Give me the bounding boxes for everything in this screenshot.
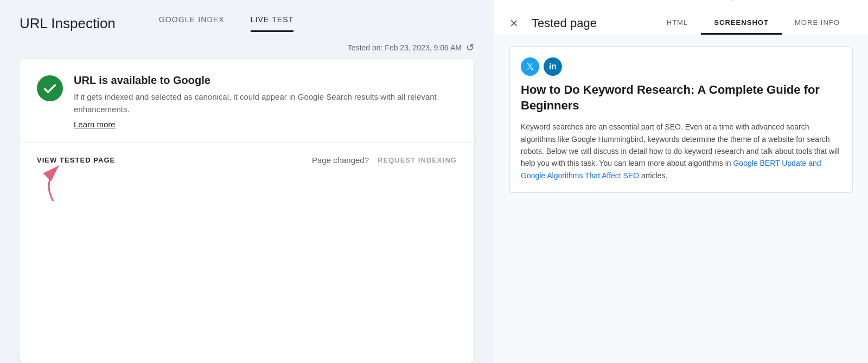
twitter-icon: 𝕏 — [521, 57, 539, 76]
status-icon-circle — [37, 75, 63, 101]
checkmark-icon — [42, 81, 58, 96]
view-tested-page-button[interactable]: VIEW TESTED PAGE — [37, 156, 115, 164]
tab-live-test[interactable]: LIVE TEST — [251, 15, 294, 32]
tested-on-bar: Tested on: Feb 23, 2023, 9:06 AM ↺ — [0, 32, 494, 59]
arrow-annotation-up — [21, 160, 107, 204]
right-content: 𝕏 in How to Do Keyword Research: A Compl… — [494, 35, 868, 363]
right-panel: ✕ Tested page HTML SCREENSHOT MORE INFO … — [494, 0, 868, 363]
linkedin-icon: in — [544, 57, 562, 76]
status-description: If it gets indexed and selected as canon… — [74, 91, 457, 115]
right-header: ✕ Tested page HTML SCREENSHOT MORE INFO — [494, 0, 868, 35]
tested-on-text: Tested on: Feb 23, 2023, 9:06 AM — [348, 43, 462, 52]
left-header: URL Inspection GOOGLE INDEX LIVE TEST — [0, 0, 494, 32]
preview-card: 𝕏 in How to Do Keyword Research: A Compl… — [509, 46, 853, 193]
preview-body: Keyword searches are an essential part o… — [521, 121, 841, 182]
status-text-block: URL is available to Google If it gets in… — [74, 74, 457, 129]
refresh-icon[interactable]: ↺ — [466, 42, 474, 54]
learn-more-link[interactable]: Learn more — [74, 120, 116, 129]
tab-html[interactable]: HTML — [654, 12, 701, 35]
preview-link-bert[interactable]: Google BERT Update — [733, 159, 806, 167]
social-icons-row: 𝕏 in — [521, 57, 841, 76]
tab-more-info[interactable]: MORE INFO — [782, 12, 853, 35]
request-indexing-button[interactable]: REQUEST INDEXING — [378, 156, 457, 164]
preview-headline: How to Do Keyword Research: A Complete G… — [521, 82, 841, 113]
main-card: URL is available to Google If it gets in… — [20, 59, 474, 363]
status-title: URL is available to Google — [74, 74, 457, 87]
tabs-nav: GOOGLE INDEX LIVE TEST — [159, 15, 294, 32]
preview-body-end: articles. — [641, 171, 667, 180]
page-changed-area: Page changed? REQUEST INDEXING — [312, 155, 457, 165]
right-panel-title: Tested page — [532, 16, 645, 30]
status-section: URL is available to Google If it gets in… — [20, 59, 474, 143]
left-panel: URL Inspection GOOGLE INDEX LIVE TEST Te… — [0, 0, 494, 363]
tab-google-index[interactable]: GOOGLE INDEX — [159, 15, 225, 32]
close-button[interactable]: ✕ — [509, 17, 519, 30]
actions-wrapper: VIEW TESTED PAGE Page changed? REQUEST I… — [20, 143, 474, 177]
page-changed-label: Page changed? — [312, 155, 369, 165]
page-title: URL Inspection — [20, 15, 116, 32]
right-tabs-nav: HTML SCREENSHOT MORE INFO — [654, 12, 853, 35]
tab-screenshot[interactable]: SCREENSHOT — [701, 12, 782, 35]
